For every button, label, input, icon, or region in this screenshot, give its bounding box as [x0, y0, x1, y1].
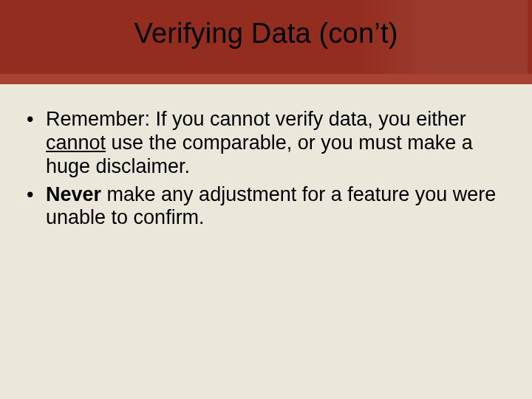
slide-title: Verifying Data (con’t) — [0, 18, 532, 50]
bullet-marker: • — [25, 183, 46, 231]
bullet-item: • Never make any adjustment for a featur… — [25, 183, 507, 231]
slide: Verifying Data (con’t) • Remember: If yo… — [0, 0, 532, 399]
slide-body: • Remember: If you cannot verify data, y… — [25, 108, 507, 234]
title-strip — [0, 74, 532, 84]
bullet-item: • Remember: If you cannot verify data, y… — [25, 108, 507, 179]
bullet-text: Remember: If you cannot verify data, you… — [46, 108, 507, 179]
bullet-marker: • — [25, 108, 46, 179]
bullet-text: Never make any adjustment for a feature … — [46, 183, 507, 231]
